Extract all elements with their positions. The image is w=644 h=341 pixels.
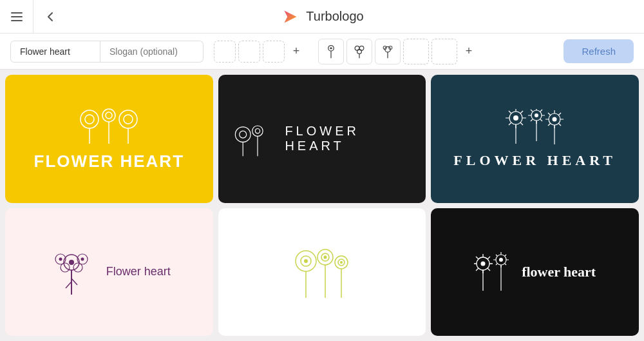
svg-line-91 (488, 268, 490, 271)
svg-line-57 (558, 123, 561, 126)
svg-point-67 (80, 257, 84, 260)
brand-input[interactable] (10, 41, 100, 63)
svg-point-21 (235, 127, 251, 142)
card-3-content: FLOWER HEART (431, 75, 639, 203)
logo-card-3[interactable]: FLOWER HEART (431, 75, 639, 203)
card-4-icon (48, 246, 96, 298)
svg-point-81 (340, 261, 343, 264)
svg-line-44 (540, 110, 542, 112)
card-3-icon (503, 109, 567, 144)
card-4-content: Flower heart (15, 208, 202, 336)
menu-icon (11, 12, 23, 21)
svg-point-66 (59, 257, 62, 260)
svg-point-2 (330, 47, 332, 49)
slogan-input[interactable] (100, 41, 204, 63)
svg-line-47 (531, 119, 533, 121)
input-group (10, 41, 204, 63)
svg-line-56 (548, 113, 551, 115)
svg-line-69 (66, 282, 71, 288)
refresh-button[interactable]: Refresh (564, 39, 634, 63)
svg-point-18 (119, 110, 137, 128)
svg-point-84 (481, 262, 486, 266)
svg-point-22 (239, 131, 246, 138)
icon-swatch-2[interactable] (346, 39, 372, 64)
svg-line-36 (509, 122, 511, 125)
color-swatch-2[interactable] (238, 41, 260, 63)
menu-button[interactable] (0, 0, 33, 34)
card-2-title: FLOWER HEART (285, 124, 413, 153)
color-swatch-1[interactable] (214, 41, 236, 63)
icon-swatch-empty-1[interactable] (403, 39, 429, 64)
card-6-icon (474, 251, 513, 293)
turbologo-icon (280, 6, 301, 27)
svg-point-16 (106, 112, 112, 119)
icon-swatch-empty-2[interactable] (431, 39, 457, 64)
svg-point-28 (513, 115, 518, 121)
svg-line-90 (476, 257, 478, 259)
add-icon-button[interactable]: + (460, 43, 478, 61)
card-4-title: Flower heart (106, 265, 171, 278)
svg-line-33 (520, 111, 523, 113)
toolbar: + (0, 34, 644, 70)
svg-point-65 (69, 260, 74, 265)
color-swatch-3[interactable] (263, 41, 285, 63)
logo-card-2[interactable]: FLOWER HEART (218, 75, 426, 203)
svg-marker-0 (285, 10, 297, 23)
svg-point-64 (73, 263, 82, 272)
svg-point-39 (535, 113, 538, 117)
svg-point-63 (61, 263, 70, 272)
logo-card-1[interactable]: FLOWER HEART (5, 75, 213, 203)
card-2-content: FLOWER HEART (218, 75, 426, 203)
svg-point-13 (85, 115, 94, 124)
logo-card-5[interactable] (218, 208, 426, 336)
svg-point-25 (255, 129, 260, 133)
svg-line-34 (509, 111, 511, 113)
svg-line-46 (540, 119, 542, 121)
svg-line-100 (505, 255, 506, 256)
svg-point-6 (357, 49, 362, 54)
svg-line-70 (71, 278, 77, 285)
back-icon (44, 10, 57, 23)
flower-icon-2 (352, 44, 367, 59)
card-1-icon (70, 106, 147, 145)
svg-line-102 (505, 264, 506, 265)
svg-point-73 (304, 259, 308, 263)
card-3-title: FLOWER HEART (453, 152, 616, 169)
svg-point-24 (252, 126, 262, 136)
svg-point-77 (323, 255, 327, 258)
card-5-icon (290, 243, 354, 301)
card-1-content: FLOWER HEART (5, 75, 213, 203)
logo-text: Turbologo (306, 9, 363, 24)
card-5-content (218, 208, 426, 336)
header-left (0, 0, 67, 33)
icon-swatch-1[interactable] (318, 39, 344, 64)
svg-point-50 (552, 117, 556, 121)
logo-card-4[interactable]: Flower heart (5, 208, 213, 336)
card-6-title: Flower heart (522, 264, 596, 280)
icon-swatches: + (318, 39, 478, 64)
add-color-button[interactable]: + (287, 43, 305, 61)
color-swatches: + (214, 41, 305, 63)
svg-line-103 (496, 264, 497, 265)
card-6-content: Flower heart (431, 208, 639, 336)
logo: Turbologo (280, 6, 363, 27)
icon-swatch-3[interactable] (375, 39, 401, 64)
svg-line-55 (558, 113, 561, 115)
svg-line-101 (496, 255, 497, 256)
svg-point-12 (80, 110, 99, 128)
svg-line-89 (488, 257, 490, 259)
card-1-title: FLOWER HEART (34, 151, 184, 171)
svg-line-35 (520, 122, 523, 125)
logo-card-6[interactable]: Flower heart (431, 208, 639, 336)
svg-line-92 (476, 268, 478, 271)
card-2-icon (231, 116, 272, 161)
svg-line-45 (531, 110, 533, 112)
logo-grid: FLOWER HEART FLOWER HEART (0, 70, 644, 341)
svg-line-58 (548, 123, 551, 126)
header: Turbologo (0, 0, 644, 34)
back-button[interactable] (33, 0, 67, 34)
svg-point-19 (124, 115, 133, 124)
svg-point-15 (102, 109, 115, 122)
flower-icon-1 (323, 44, 339, 59)
flower-icon-3 (380, 44, 395, 59)
